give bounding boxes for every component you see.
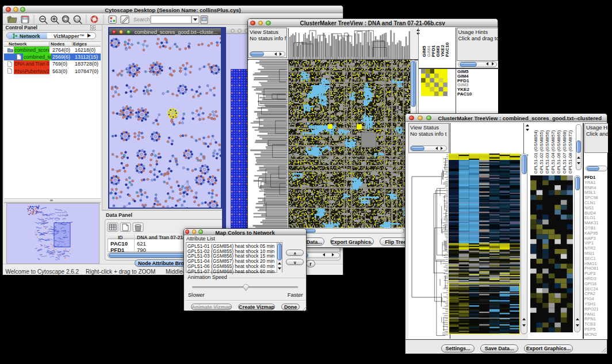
svg-text:1:1: 1:1 <box>75 18 79 21</box>
svg-text:Search:: Search: <box>133 17 151 22</box>
